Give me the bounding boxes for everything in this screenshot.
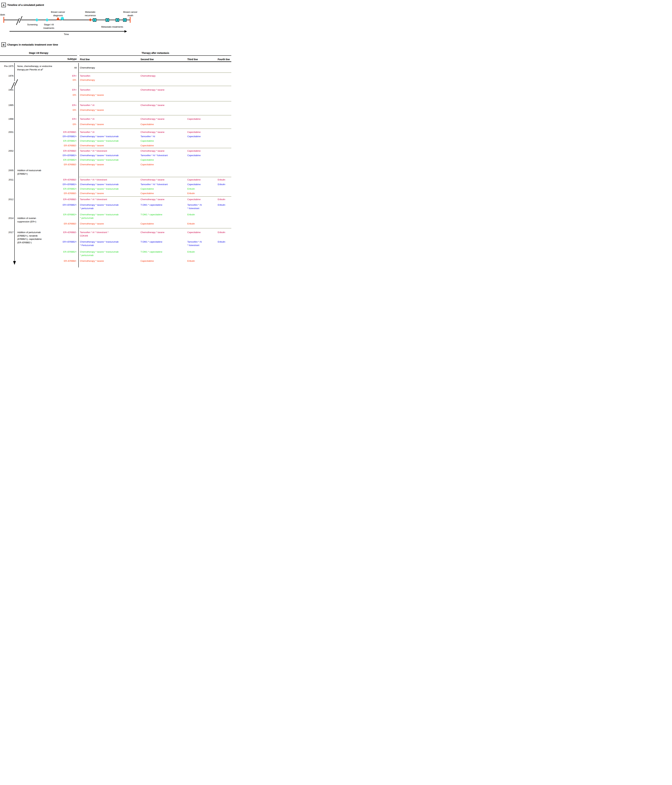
therapy-second-line: Chemotherapy * taxane <box>141 198 186 201</box>
therapy-first-line: Chemotherapy * taxane * trastuzumab <box>80 158 139 162</box>
therapy-second-line: Capecitabine <box>141 163 186 166</box>
subtype-label: ER+/ERBB2+ <box>58 135 77 138</box>
therapy-second-line: Chemotherapy <box>141 74 186 78</box>
year-label: 1991 <box>0 88 14 92</box>
therapy-third-line: Capecitabine <box>187 149 217 153</box>
subtype-label: ER-/ERBB2+ <box>58 213 77 216</box>
group-separator-line <box>79 72 231 73</box>
header-rule-left <box>0 55 77 56</box>
timeline-line <box>4 20 130 20</box>
therapy-first-line: Chemotherapy <box>80 78 139 82</box>
group-separator-line <box>79 177 231 177</box>
therapy-third-line: Eribulin <box>187 192 217 195</box>
therapy-second-line: Tamoxifen * AI <box>141 135 186 138</box>
therapy-first-line: Chemotherapy * taxane <box>80 259 139 263</box>
year-label: 2011 <box>0 178 14 181</box>
therapy-second-line: Chemotherapy * taxane <box>141 103 186 107</box>
subtype-label: ER+/ERBB2- <box>58 178 77 181</box>
year-label: 2014 <box>0 217 14 220</box>
therapy-first-line: Chemotherapy * taxane <box>80 108 139 112</box>
therapy-first-line: Chemotherapy * taxane * trastuzumab * Pe… <box>80 240 139 247</box>
therapy-fourth-line: Eribulin <box>218 178 231 181</box>
timeline-break-slash <box>16 18 19 25</box>
group-separator-line <box>79 86 231 86</box>
subtype-label: ER+ <box>58 103 77 107</box>
therapy-first-line: Chemotherapy * taxane <box>80 163 139 166</box>
therapy-first-line: Chemotherapy <box>80 66 139 70</box>
recurrence-label: Metastatic recurrence <box>78 10 102 17</box>
panel-b-letter-text: B <box>3 43 5 46</box>
header-stage-therapy: Stage I-III therapy <box>0 52 77 54</box>
therapy-first-line: Tamoxifen * AI <box>80 117 139 121</box>
treatment-square-4: 4 <box>123 18 127 22</box>
treatment-square-1: 1 <box>93 18 96 22</box>
group-separator-line <box>79 115 231 116</box>
therapy-first-line: Tamoxifen * AI <box>80 103 139 107</box>
therapy-first-line: Chemotherapy * taxane <box>80 144 139 147</box>
subtype-label: ER-/ERBB2- <box>58 259 77 263</box>
subtype-label: ER+/ERBB2- <box>58 149 77 153</box>
therapy-first-line: Tamoxifen * AI * fulvestrant * CDK4/6 <box>80 231 139 238</box>
column-header-subtype: Subtype <box>58 58 77 60</box>
panel-a-letter-text: A <box>3 4 5 6</box>
therapy-fourth-line: Eribulin <box>218 240 231 244</box>
stage-therapy-note: Addition of ovarian suppression (ER+) <box>17 217 61 223</box>
diagnosis-triangle-marker <box>56 17 60 20</box>
subtype-label: ER+/ERBB2- <box>58 231 77 234</box>
column-header-third-line: Third line <box>187 58 198 61</box>
subtype-label: ER- <box>58 78 77 82</box>
therapy-first-line: Tamoxifen <box>80 74 139 78</box>
therapy-second-line: Chemotherapy * taxane <box>141 178 186 181</box>
subtype-label: ER-/ERBB2+ <box>58 139 77 143</box>
subtype-label: ER- <box>58 108 77 112</box>
therapy-first-line: Chemotherapy * taxane * trastuzumab * pe… <box>80 250 139 257</box>
therapy-second-line: Capecitabine <box>141 222 186 225</box>
therapy-second-line: T-DM1 * capecitabine <box>141 240 186 244</box>
subtype-label: ER-/ERBB2- <box>58 163 77 166</box>
therapy-first-line: Chemotherapy * taxane * trastuzumab <box>80 183 139 186</box>
birth-tick-marker <box>3 17 4 23</box>
therapy-second-line: Chemotherapy * taxane <box>141 130 186 134</box>
group-separator-line <box>79 128 231 129</box>
group-separator-line <box>79 196 231 197</box>
therapy-second-line: Capecitabine <box>141 259 186 263</box>
column-header-second-line: Second line <box>141 58 154 61</box>
group-separator-line <box>79 101 231 102</box>
therapy-fourth-line: Eribulin <box>218 231 231 234</box>
therapy-second-line: T-DM1 * capecitabine <box>141 213 186 216</box>
therapy-third-line: Eribulin <box>187 222 217 225</box>
subtype-label: All <box>58 66 77 70</box>
therapy-second-line: Chemotherapy * taxane <box>141 149 186 153</box>
panel-b-title: Changes in metastatic treatment over tim… <box>7 43 58 46</box>
treatment-square-1-number: 1 <box>94 19 95 21</box>
therapy-first-line: Tamoxifen * AI * fulvestrant <box>80 149 139 153</box>
stage-therapy-note: Addition of pertuzumab (ERBB2+), neratin… <box>17 231 61 244</box>
time-label: Time <box>58 33 75 36</box>
therapy-second-line: Capecitabine <box>141 139 186 143</box>
screening-dot-marker <box>46 19 48 21</box>
therapy-second-line: Chemotherapy * taxane <box>141 88 186 92</box>
subtype-label: ER- <box>58 123 77 126</box>
panel-a-letter: A <box>2 3 6 7</box>
therapy-second-line: T-DM1 * capecitabine <box>141 250 186 253</box>
therapy-first-line: Chemotherapy * taxane <box>80 93 139 97</box>
therapy-third-line: Eribulin <box>187 213 217 216</box>
therapy-second-line: Tamoxifen * AI * fulvestrant <box>141 183 186 186</box>
subtype-label: ER+ <box>58 117 77 121</box>
year-label: 1998 <box>0 117 14 121</box>
therapy-first-line: Chemotherapy * taxane * trastuzumab <box>80 187 139 191</box>
therapy-third-line: Eribulin <box>187 187 217 191</box>
birth-label: Birth <box>0 13 5 17</box>
year-axis-arrowhead-icon <box>13 261 16 265</box>
subtype-label: ER+/ERBB2- <box>58 130 77 134</box>
therapy-first-line: Tamoxifen <box>80 88 139 92</box>
year-label: Pre-1975 <box>0 64 14 68</box>
death-label: Breast cancer death <box>119 10 141 17</box>
therapy-first-line: Chemotherapy * taxane <box>80 123 139 126</box>
therapy-first-line: Chemotherapy * taxane * trastuzumab <box>80 139 139 143</box>
screening-dot-marker <box>36 19 38 21</box>
therapy-second-line: Chemotherapy * taxane <box>141 117 186 121</box>
subtype-label: ER+ <box>58 74 77 78</box>
diagnosis-label: Breast cancer diagnosis <box>46 10 70 17</box>
metastatic-treatments-label: Metastatic treatments <box>99 25 126 29</box>
